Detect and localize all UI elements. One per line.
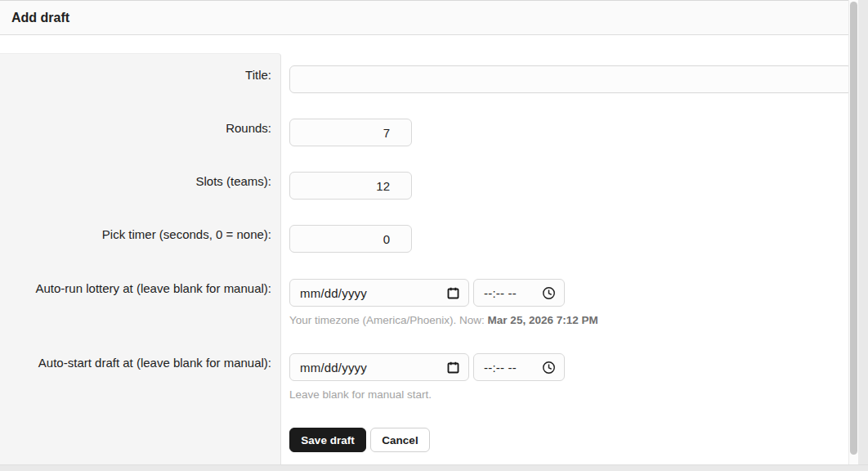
lottery-time-placeholder: --:-- -- [484,286,542,300]
start-time-placeholder: --:-- -- [484,361,542,375]
clock-icon[interactable] [542,286,556,300]
calendar-icon[interactable] [446,361,460,375]
manual-start-helper: Leave blank for manual start. [289,388,432,401]
scrollbar-thumb[interactable] [850,2,857,455]
lottery-at-label: Auto-run lottery at (leave blank for man… [0,274,271,302]
pick-timer-label: Pick timer (seconds, 0 = none): [0,220,271,248]
rounds-input[interactable] [289,119,412,146]
rounds-label: Rounds: [0,114,271,141]
slots-label: Slots (teams): [0,167,271,195]
lottery-date-placeholder: mm/dd/yyyy [300,286,446,300]
start-at-label: Auto-start draft at (leave blank for man… [0,348,271,376]
timezone-helper: Your timezone (America/Phoenix). Now: Ma… [289,314,598,326]
page-title: Add draft [11,11,69,25]
calendar-icon[interactable] [446,286,460,300]
page: Add draft Title: Rounds: Slots (teams): … [0,0,868,471]
start-time-input[interactable]: --:-- -- [473,353,565,381]
timezone-helper-text: Your timezone (America/Phoenix). Now: [289,314,488,326]
page-background-strip [0,464,868,471]
slots-input[interactable] [289,172,412,200]
lottery-time-input[interactable]: --:-- -- [473,279,565,307]
scrollbar-track[interactable] [848,0,858,464]
content-card: Add draft Title: Rounds: Slots (teams): … [0,0,858,464]
clock-icon[interactable] [542,361,556,375]
page-header: Add draft [0,0,858,35]
cancel-button[interactable]: Cancel [370,428,430,452]
lottery-date-input[interactable]: mm/dd/yyyy [289,279,469,307]
start-date-placeholder: mm/dd/yyyy [300,361,446,375]
timezone-now-value: Mar 25, 2026 7:12 PM [488,314,598,326]
save-draft-button[interactable]: Save draft [289,428,366,452]
title-label: Title: [0,61,271,88]
title-input[interactable] [289,65,852,93]
start-date-input[interactable]: mm/dd/yyyy [289,353,469,381]
pick-timer-input[interactable] [289,225,412,253]
